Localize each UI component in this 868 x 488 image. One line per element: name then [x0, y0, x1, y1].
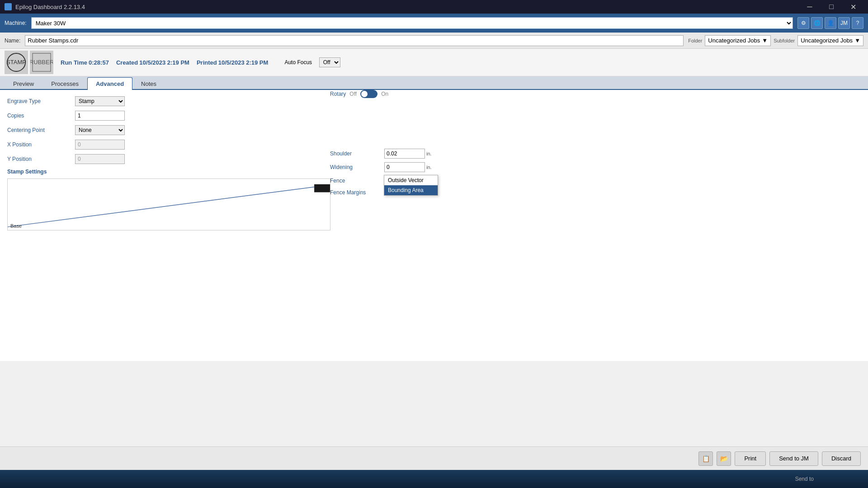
main-content: Engrave Type Stamp Standard 3D Copies Ce…	[0, 90, 868, 361]
maximize-button[interactable]: □	[821, 0, 842, 14]
widening-input[interactable]	[384, 162, 425, 172]
app-title: Epilog Dashboard 2.2.13.4	[15, 4, 85, 10]
autofocus-row: Auto Focus Off On	[284, 57, 340, 67]
stamp-settings-title: Stamp Settings	[7, 169, 861, 175]
x-position-input[interactable]	[75, 140, 125, 150]
rotary-toggle[interactable]	[360, 90, 377, 98]
subfolder-label: Subfolder	[774, 38, 795, 43]
tab-notes[interactable]: Notes	[132, 77, 165, 90]
svg-text:RUBBER: RUBBER	[30, 59, 53, 66]
created-info: Created 10/5/2023 2:19 PM	[116, 59, 189, 66]
tab-bar: Preview Processes Advanced Notes	[0, 76, 868, 90]
fence-option-bounding-area[interactable]: Bounding Area	[384, 185, 438, 195]
info-preview-bar: STAMP RUBBER Run Time 0:28:57 Created 10…	[0, 49, 868, 76]
window-controls: ─ □ ✕	[799, 0, 863, 14]
rotary-on-label: On	[381, 91, 388, 97]
printed-value: 10/5/2023 2:19 PM	[218, 59, 269, 66]
rotary-off-label: Off	[349, 91, 357, 97]
svg-rect-4	[8, 179, 330, 230]
fence-dropdown-popup: Outside Vector Bounding Area	[384, 175, 438, 196]
bottom-bar: 📋 📂 Print Send to JM Discard	[0, 446, 868, 470]
shoulder-label: Shoulder	[330, 150, 384, 157]
autofocus-select[interactable]: Off On	[319, 57, 340, 67]
widening-label: Widening	[330, 164, 384, 170]
name-input[interactable]	[25, 35, 684, 46]
user-icon[interactable]: 👤	[825, 17, 836, 29]
engrave-type-label: Engrave Type	[7, 98, 75, 104]
discard-button[interactable]: Discard	[822, 451, 861, 466]
svg-rect-6	[314, 184, 330, 192]
svg-text:STAMP: STAMP	[6, 59, 26, 66]
printed-info: Printed 10/5/2023 2:19 PM	[197, 59, 268, 66]
copies-row: Copies	[7, 111, 861, 121]
tab-advanced[interactable]: Advanced	[87, 77, 132, 90]
stamp-graph-svg	[8, 179, 330, 230]
thumbnail-2: RUBBER	[30, 51, 53, 74]
widening-row: Widening in.	[330, 162, 434, 172]
x-position-row: X Position	[7, 140, 861, 150]
rotary-label: Rotary	[330, 91, 346, 97]
run-time-value: 0:28:57	[89, 59, 109, 66]
engrave-type-select[interactable]: Stamp Standard 3D	[75, 96, 125, 106]
send-to-label: Send to	[795, 476, 814, 482]
y-position-row: Y Position	[7, 154, 861, 164]
help-icon[interactable]: ?	[852, 17, 863, 29]
folder-label: Folder	[688, 38, 702, 43]
fence-option-outside-vector[interactable]: Outside Vector	[384, 175, 438, 185]
toolbar-icons: ⚙ 🌐 👤 JM ?	[797, 17, 863, 29]
created-value: 10/5/2023 2:19 PM	[139, 59, 189, 66]
shoulder-row: Shoulder in.	[330, 149, 434, 159]
y-position-input[interactable]	[75, 154, 125, 164]
folder-dropdown-arrow: ▼	[762, 37, 768, 44]
copy-to-icon[interactable]: 📋	[698, 451, 713, 466]
close-button[interactable]: ✕	[843, 0, 863, 14]
centering-point-select[interactable]: None Center Custom	[75, 125, 125, 135]
send-to-jm-button[interactable]: Send to JM	[769, 451, 818, 466]
settings-icon[interactable]: ⚙	[797, 17, 809, 29]
copies-input[interactable]	[75, 111, 125, 121]
stamp-fields-right: Shoulder in. Widening in. Fence Outside …	[330, 149, 434, 199]
top-toolbar: Machine: Maker 30W ⚙ 🌐 👤 JM ?	[0, 14, 868, 33]
rotary-section: Rotary Off On	[330, 90, 388, 98]
run-time-info: Run Time 0:28:57	[61, 59, 109, 66]
shoulder-unit: in.	[426, 151, 432, 156]
folder-section: Folder Uncategorized Jobs ▼ Subfolder Un…	[688, 35, 863, 46]
fence-label: Fence	[330, 178, 384, 184]
print-button[interactable]: Print	[735, 451, 766, 466]
machine-label: Machine:	[5, 20, 27, 26]
fence-margins-label: Fence Margins	[330, 189, 384, 196]
network-icon[interactable]: 🌐	[811, 17, 823, 29]
widening-unit: in.	[426, 164, 432, 170]
autofocus-label: Auto Focus	[284, 59, 312, 66]
tab-preview[interactable]: Preview	[5, 77, 42, 90]
name-label: Name:	[5, 38, 20, 44]
toggle-thumb	[361, 91, 368, 97]
copies-label: Copies	[7, 113, 75, 119]
move-to-icon[interactable]: 📂	[717, 451, 731, 466]
name-row: Name: Folder Uncategorized Jobs ▼ Subfol…	[0, 33, 868, 49]
x-position-label: X Position	[7, 141, 75, 148]
centering-point-label: Centering Point	[7, 127, 75, 133]
centering-point-row: Centering Point None Center Custom	[7, 125, 861, 135]
title-bar: Epilog Dashboard 2.2.13.4 ─ □ ✕	[0, 0, 868, 14]
thumbnails: STAMP RUBBER	[5, 51, 53, 74]
subfolder-select[interactable]: Uncategorized Jobs ▼	[797, 35, 863, 46]
jm-icon[interactable]: JM	[838, 17, 850, 29]
taskbar: Send to	[0, 470, 868, 488]
shoulder-input[interactable]	[384, 149, 425, 159]
folder-select[interactable]: Uncategorized Jobs ▼	[705, 35, 771, 46]
minimize-button[interactable]: ─	[799, 0, 820, 14]
y-position-label: Y Position	[7, 156, 75, 162]
app-icon	[5, 3, 12, 10]
machine-select[interactable]: Maker 30W	[31, 17, 793, 29]
graph-base-label: Base	[10, 223, 22, 229]
stamp-graph: Ink Base	[7, 178, 330, 230]
tab-processes[interactable]: Processes	[42, 77, 87, 90]
subfolder-dropdown-arrow: ▼	[854, 37, 860, 44]
engrave-type-row: Engrave Type Stamp Standard 3D	[7, 96, 861, 106]
thumbnail-1: STAMP	[5, 51, 28, 74]
